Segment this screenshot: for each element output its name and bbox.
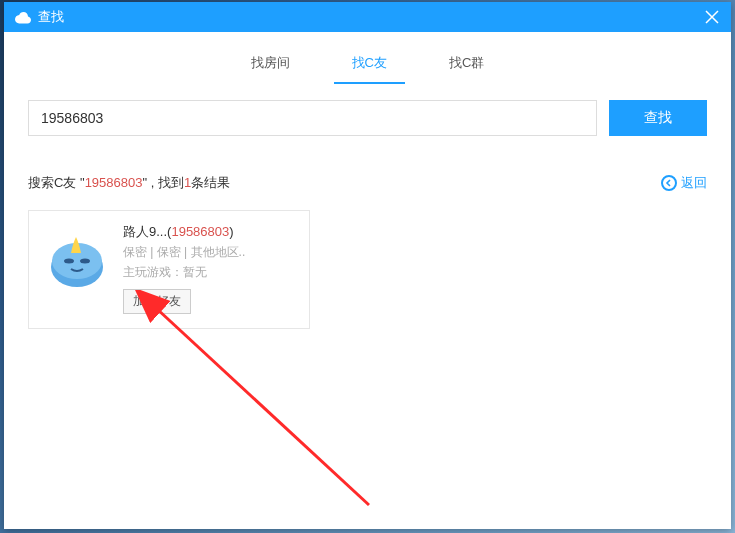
card-name: 路人9...(19586803): [123, 223, 295, 241]
tab-friend[interactable]: 找C友: [346, 50, 393, 82]
result-query-id: 19586803: [85, 175, 143, 190]
search-button[interactable]: 查找: [609, 100, 707, 136]
card-game: 主玩游戏：暂无: [123, 264, 295, 281]
cloud-icon: [14, 8, 32, 26]
result-summary: 搜索C友 "19586803" , 找到1条结果: [28, 174, 230, 192]
svg-point-3: [80, 259, 90, 264]
back-label: 返回: [681, 174, 707, 192]
close-button[interactable]: [701, 6, 723, 28]
card-body: 路人9...(19586803) 保密 | 保密 | 其他地区.. 主玩游戏：暂…: [123, 223, 295, 314]
result-card: 路人9...(19586803) 保密 | 保密 | 其他地区.. 主玩游戏：暂…: [28, 210, 310, 329]
tab-group[interactable]: 找C群: [443, 50, 490, 82]
titlebar: 查找: [4, 2, 731, 32]
card-uid: 19586803: [171, 224, 229, 239]
content-area: 找房间 找C友 找C群 查找 搜索C友 "19586803" , 找到1条结果: [4, 32, 731, 329]
window-title: 查找: [38, 8, 64, 26]
back-arrow-icon: [661, 175, 677, 191]
card-meta: 保密 | 保密 | 其他地区..: [123, 243, 295, 261]
svg-line-4: [156, 308, 369, 505]
result-header: 搜索C友 "19586803" , 找到1条结果 返回: [4, 148, 731, 202]
avatar: [43, 223, 111, 291]
tab-room[interactable]: 找房间: [245, 50, 296, 82]
add-friend-button[interactable]: 加为好友: [123, 289, 191, 314]
search-window: 查找 找房间 找C友 找C群 查找 搜索C友 "19586803" , 找到1条…: [4, 2, 731, 529]
search-row: 查找: [4, 90, 731, 148]
back-link[interactable]: 返回: [661, 174, 707, 192]
svg-point-2: [64, 259, 74, 264]
search-input[interactable]: [28, 100, 597, 136]
tabs: 找房间 找C友 找C群: [4, 32, 731, 90]
